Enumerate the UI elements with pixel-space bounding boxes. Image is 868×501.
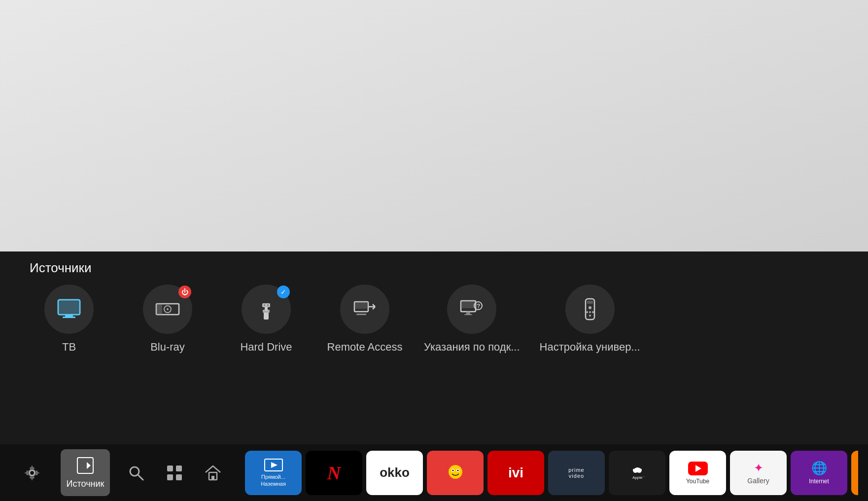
svg-rect-19 [356,314,366,315]
svg-point-50 [457,469,458,471]
svg-point-29 [589,311,591,313]
taskbar: Источник [0,444,868,501]
source-connection[interactable]: ? Указания по подк... [424,285,520,354]
svg-rect-38 [167,465,173,471]
youtube-icon [688,461,708,476]
source-remoteaccess[interactable]: Remote Access [325,285,404,354]
home-icon [204,464,222,482]
prime-label: primevideo [568,467,585,479]
settings-button[interactable] [20,461,44,485]
app-gallery[interactable]: ✦ Gallery [730,451,787,495]
apps-button[interactable] [162,461,187,485]
usb-icon [253,296,279,322]
apps-row: Прямой...Наземная N okko [245,451,858,495]
connection-icon: ? [458,296,485,322]
source-tv-icon-wrapper [44,285,94,334]
svg-rect-23 [464,314,472,315]
svg-rect-3 [59,301,79,314]
svg-rect-11 [262,303,270,307]
apps-grid-icon [165,464,184,482]
pryamoy-icon [264,458,283,472]
tv-icon [56,296,82,322]
source-tv-label: ТВ [62,341,76,354]
svg-rect-41 [176,474,182,480]
sources-section: Источники ТВ [0,251,868,444]
svg-text:Apple TV: Apple TV [632,475,644,480]
app-mts[interactable] [427,451,484,495]
source-tv[interactable]: ТВ [30,285,108,354]
harddrive-check-badge: ✓ [277,286,290,298]
gallery-icon: ✦ [754,461,764,475]
svg-rect-15 [354,302,368,309]
app-prime[interactable]: primevideo [548,451,605,495]
svg-rect-22 [466,312,470,314]
app-youtube[interactable]: YouTube [669,451,726,495]
universal-remote-icon [577,296,603,322]
source-remoteaccess-icon-wrapper [340,285,389,334]
source-connection-icon-wrapper: ? [447,285,496,334]
main-screen-preview [0,0,868,251]
source-universal[interactable]: Настройка универ... [540,285,640,354]
source-arrow-icon [76,456,95,475]
source-active-label: Источник [67,479,104,489]
app-internet[interactable]: 🌐 Internet [791,451,847,495]
svg-rect-35 [77,458,93,473]
svg-rect-21 [461,301,476,308]
svg-rect-1 [65,315,73,317]
sources-list: ТВ ⏻ Blu-ray [30,285,838,354]
source-active-button[interactable]: Источник [61,449,110,496]
app-kinopoisk[interactable]: КиноПоиск [851,451,858,495]
source-universal-icon-wrapper [565,285,615,334]
svg-line-37 [138,475,143,480]
sources-title: Источники [30,260,838,276]
svg-text:?: ? [477,303,480,310]
pryamoy-label: Прямой...Наземная [261,474,286,487]
svg-rect-40 [167,474,173,480]
source-harddrive-label: Hard Drive [240,341,292,354]
svg-rect-12 [264,304,265,306]
app-okko[interactable]: okko [366,451,423,495]
app-netflix[interactable]: N [306,451,362,495]
okko-label: okko [380,465,410,480]
search-icon [127,464,145,482]
gallery-label: Gallery [747,477,769,485]
svg-point-30 [589,315,591,317]
svg-point-28 [589,306,591,309]
ivi-label: ivi [508,465,523,481]
taskbar-left: Источник [10,449,235,496]
remote-access-icon [351,296,378,322]
app-appletv[interactable]: Apple TV [609,451,665,495]
bluray-icon [154,296,181,322]
source-bluray-label: Blu-ray [150,341,185,354]
svg-point-46 [449,465,462,479]
settings-icon [23,464,41,482]
internet-label: Internet [809,478,829,485]
app-pryamoy[interactable]: Прямой...Наземная [245,451,302,495]
source-bluray[interactable]: ⏻ Blu-ray [128,285,207,354]
svg-rect-27 [587,301,593,304]
svg-rect-39 [176,465,182,471]
appletv-icon: Apple TV [630,466,644,480]
svg-rect-7 [156,304,162,315]
source-remoteaccess-label: Remote Access [327,341,403,354]
svg-point-49 [452,469,453,471]
svg-point-6 [167,308,169,310]
svg-rect-43 [211,476,214,480]
internet-icon: 🌐 [811,461,827,476]
svg-point-34 [30,470,35,475]
source-bluray-icon-wrapper: ⏻ [143,285,192,334]
source-harddrive[interactable]: ✓ Hard Drive [227,285,306,354]
svg-marker-45 [271,462,278,468]
bluray-power-badge: ⏻ [178,286,191,298]
svg-point-31 [586,311,588,313]
svg-rect-13 [267,304,269,306]
source-universal-label: Настройка универ... [540,341,640,354]
svg-point-32 [592,311,594,313]
mts-icon [443,463,468,483]
search-button[interactable] [124,461,148,485]
netflix-label: N [327,462,341,484]
source-connection-label: Указания по подк... [424,341,520,354]
app-ivi[interactable]: ivi [487,451,544,495]
source-harddrive-icon-wrapper: ✓ [242,285,291,334]
home-button[interactable] [201,461,225,485]
